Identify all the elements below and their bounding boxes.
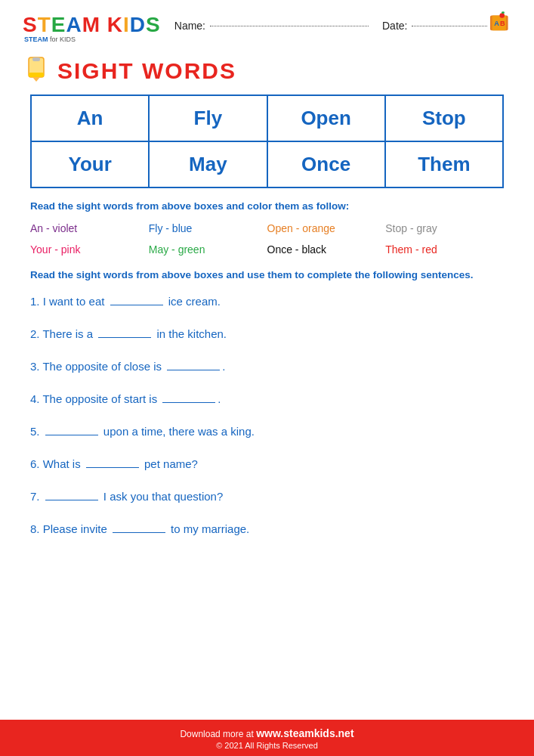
blank-7	[45, 500, 98, 500]
color-list: An - violet Fly - blue Open - orange Sto…	[30, 221, 504, 257]
logo-area: STEAM KIDS STEAM for KIDS	[23, 14, 161, 43]
svg-rect-10	[32, 57, 40, 61]
color-open: Open - orange	[267, 221, 386, 236]
logo-sub: STEAM for KIDS	[24, 36, 76, 43]
color-an: An - violet	[30, 221, 149, 236]
footer-section: // Draw scallop const r = 9; const count…	[0, 705, 534, 756]
instruction-text-2: Read the sight words from above boxes an…	[30, 268, 504, 283]
sentence-5: 5. upon a time, there was a king.	[30, 423, 504, 439]
word-them: Them	[385, 141, 503, 187]
sentence-8: 8. Please invite to my marriage.	[30, 521, 504, 537]
sight-words-title: SIGHT WORDS	[57, 58, 236, 84]
word-stop: Stop	[385, 95, 503, 141]
svg-rect-8	[29, 73, 44, 77]
blank-4	[162, 402, 215, 403]
color-them: Them - red	[385, 242, 504, 257]
sentence-7: 7. I ask you that question?	[30, 488, 504, 504]
blank-1	[110, 305, 163, 305]
blank-3	[167, 370, 220, 370]
blank-2	[98, 337, 151, 338]
color-stop: Stop - gray	[385, 221, 504, 236]
svg-marker-9	[32, 77, 40, 82]
page: STEAM KIDS STEAM for KIDS Name: Date:	[0, 0, 534, 756]
header: STEAM KIDS STEAM for KIDS Name: Date:	[0, 0, 534, 51]
word-an: An	[31, 95, 149, 141]
table-row: An Fly Open Stop	[31, 95, 503, 141]
instruction-text-1: Read the sight words from above boxes an…	[30, 200, 504, 212]
word-once: Once	[267, 141, 385, 187]
word-your: Your	[31, 141, 149, 187]
date-line: Date:	[382, 20, 487, 32]
color-your: Your - pink	[30, 242, 149, 257]
sentence-4: 4. The opposite of start is .	[30, 391, 504, 407]
logo-text: STEAM KIDS	[23, 14, 161, 36]
content-area: Read the sight words from above boxes an…	[0, 200, 534, 697]
svg-point-4	[500, 13, 505, 18]
footer-scallop: // Draw scallop const r = 9; const count…	[0, 705, 534, 720]
date-label: Date:	[382, 20, 407, 32]
color-once: Once - black	[267, 242, 386, 257]
blank-5	[45, 435, 98, 435]
book-icon: A B	[487, 11, 511, 47]
sentence-6: 6. What is pet name?	[30, 456, 504, 472]
footer: Download more at www.steamkids.net © 202…	[0, 720, 534, 756]
name-line: Name:	[174, 20, 369, 32]
word-open: Open	[267, 95, 385, 141]
sentence-1: 1. I want to eat ice cream.	[30, 293, 504, 309]
svg-point-6	[502, 11, 505, 14]
word-table-container: An Fly Open Stop Your May Once Them	[0, 94, 534, 188]
word-table: An Fly Open Stop Your May Once Them	[30, 94, 504, 188]
footer-download-text: Download more at www.steamkids.net	[15, 727, 519, 739]
sentence-2: 2. There is a in the kitchen.	[30, 326, 504, 342]
table-row: Your May Once Them	[31, 141, 503, 187]
svg-text:A: A	[495, 20, 500, 27]
date-dotted-line	[412, 26, 487, 26]
blank-8	[113, 532, 165, 533]
svg-text:B: B	[501, 20, 506, 27]
name-date-area: Name: Date:	[174, 20, 488, 32]
blank-6	[86, 467, 139, 468]
footer-site-name: www.steamkids.net	[256, 727, 353, 739]
word-may: May	[149, 141, 267, 187]
name-label: Name:	[174, 20, 205, 32]
pencil-icon	[23, 54, 50, 87]
sentence-3: 3. The opposite of close is .	[30, 358, 504, 374]
color-fly: Fly - blue	[149, 221, 267, 236]
color-may: May - green	[149, 242, 267, 257]
word-fly: Fly	[149, 95, 267, 141]
name-dotted-line	[210, 26, 369, 26]
footer-copyright: © 2021 All Rights Reserved	[15, 741, 519, 750]
title-bar: SIGHT WORDS	[0, 51, 534, 94]
